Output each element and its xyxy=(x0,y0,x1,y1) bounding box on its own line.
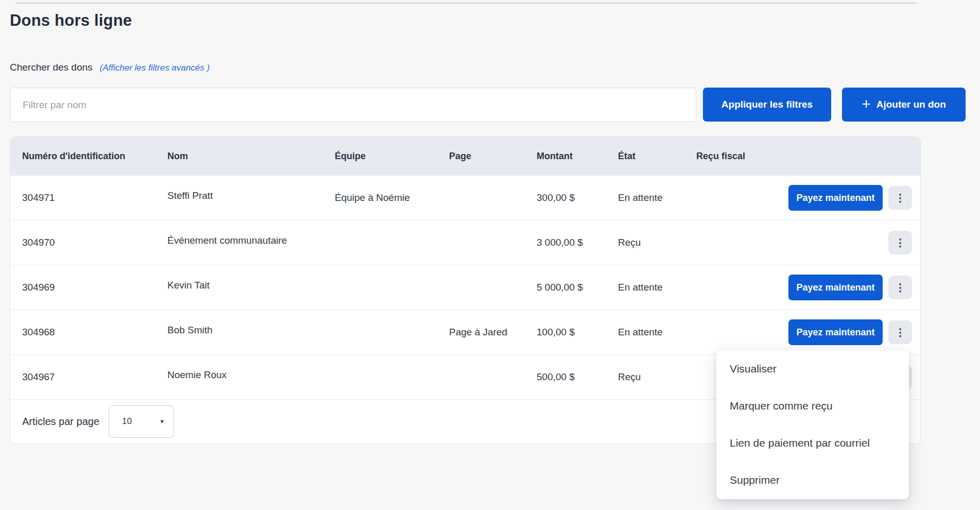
add-donation-label: Ajouter un don xyxy=(876,99,946,110)
apply-filters-button[interactable]: Appliquer les filtres xyxy=(703,88,831,122)
pay-now-button[interactable]: Payez maintenant xyxy=(788,275,883,300)
cell-name: Bob Smith xyxy=(167,325,335,336)
row-context-menu: Visualiser Marquer comme reçu Lien de pa… xyxy=(716,350,909,499)
cell-id: 304971 xyxy=(22,192,167,203)
cell-actions: Payez maintenant ⋮ xyxy=(773,275,912,300)
table-row: 304969 Kevin Tait 5 000,00 $ En attente … xyxy=(10,265,920,310)
cell-actions: ⋮ xyxy=(773,231,912,254)
pay-now-button[interactable]: Payez maintenant xyxy=(788,319,883,345)
cell-id: 304969 xyxy=(22,282,167,293)
pay-now-button[interactable]: Payez maintenant xyxy=(788,185,883,211)
cell-amount: 100,00 $ xyxy=(537,327,618,338)
menu-item-view[interactable]: Visualiser xyxy=(716,350,909,387)
cell-name: Kevin Tait xyxy=(167,280,335,291)
table-header-row: Numéro d'identification Nom Équipe Page … xyxy=(10,137,920,176)
cell-id: 304970 xyxy=(22,237,167,248)
table-row: 304970 Événement communautaire 3 000,00 … xyxy=(10,220,920,265)
items-per-page-label: Articles par page xyxy=(22,416,99,428)
items-per-page-select[interactable]: 10 ▼ xyxy=(109,405,174,438)
filter-controls: Appliquer les filtres + Ajouter un don xyxy=(10,88,966,122)
header-id: Numéro d'identification xyxy=(22,151,167,162)
cell-status: En attente xyxy=(618,327,696,338)
cell-actions: Payez maintenant ⋮ xyxy=(773,319,912,345)
cell-amount: 5 000,00 $ xyxy=(537,282,618,293)
header-team: Équipe xyxy=(335,151,449,162)
menu-item-email-payment-link[interactable]: Lien de paiement par courriel xyxy=(716,424,909,462)
table-row: 304971 Steffi Pratt Équipe à Noémie 300,… xyxy=(10,176,920,220)
header-name: Nom xyxy=(167,151,335,162)
page-title: Dons hors ligne xyxy=(10,11,132,30)
cell-amount: 300,00 $ xyxy=(537,192,618,203)
header-amount: Montant xyxy=(537,151,618,162)
cell-name: Steffi Pratt xyxy=(167,190,335,201)
offline-donations-page: Dons hors ligne Chercher des dons (Affic… xyxy=(0,0,980,510)
kebab-icon: ⋮ xyxy=(895,282,905,293)
items-per-page-value: 10 xyxy=(122,416,132,427)
cell-page: Page à Jared xyxy=(449,327,537,338)
cell-name: Événement communautaire xyxy=(167,235,335,246)
header-receipt: Reçu fiscal xyxy=(696,151,773,162)
cell-id: 304967 xyxy=(22,371,167,383)
menu-item-delete[interactable]: Supprimer xyxy=(716,462,909,499)
filter-by-name-input[interactable] xyxy=(10,88,696,122)
plus-icon: + xyxy=(862,96,871,112)
row-menu-button[interactable]: ⋮ xyxy=(888,276,912,299)
row-menu-button[interactable]: ⋮ xyxy=(888,320,912,344)
kebab-icon: ⋮ xyxy=(895,237,905,248)
kebab-icon: ⋮ xyxy=(895,327,905,337)
kebab-icon: ⋮ xyxy=(895,193,905,203)
add-donation-button[interactable]: + Ajouter un don xyxy=(842,88,966,122)
cell-name: Noemie Roux xyxy=(167,369,335,381)
cell-id: 304968 xyxy=(22,327,167,338)
search-section-header: Chercher des dons (Afficher les filtres … xyxy=(10,62,210,73)
row-menu-button[interactable]: ⋮ xyxy=(888,231,912,254)
cell-status: Reçu xyxy=(618,237,696,248)
cell-status: En attente xyxy=(618,282,696,293)
caret-down-icon: ▼ xyxy=(159,418,165,424)
row-menu-button[interactable]: ⋮ xyxy=(888,186,912,210)
cell-amount: 3 000,00 $ xyxy=(537,237,618,248)
table-row: 304968 Bob Smith Page à Jared 100,00 $ E… xyxy=(10,310,920,355)
header-status: État xyxy=(618,151,696,162)
cell-status: Reçu xyxy=(618,371,696,383)
cell-team: Équipe à Noémie xyxy=(335,192,449,203)
header-page: Page xyxy=(449,151,537,162)
menu-item-mark-received[interactable]: Marquer comme reçu xyxy=(716,387,909,424)
search-label: Chercher des dons xyxy=(10,62,93,73)
top-divider xyxy=(15,3,917,4)
cell-actions: Payez maintenant ⋮ xyxy=(773,185,912,211)
cell-amount: 500,00 $ xyxy=(537,371,618,383)
advanced-filters-link[interactable]: (Afficher les filtres avancés ) xyxy=(100,63,210,73)
cell-status: En attente xyxy=(618,192,696,203)
